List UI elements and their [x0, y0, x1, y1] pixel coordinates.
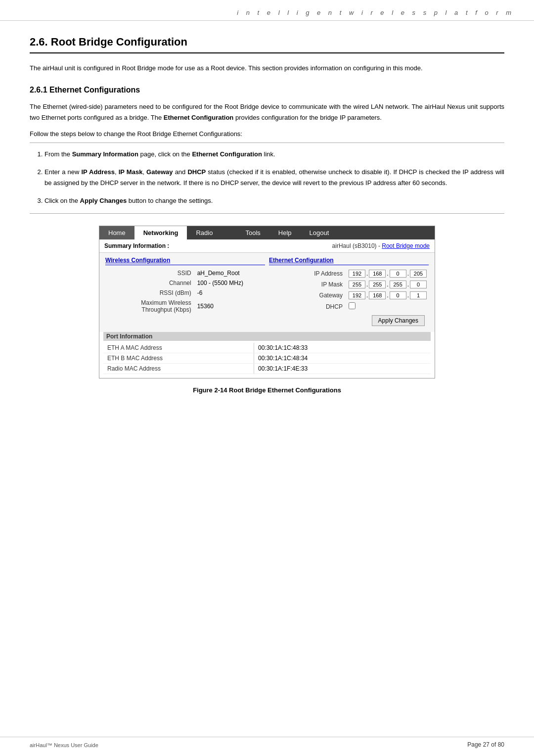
ip-mask-input-group[interactable]: . . .	[349, 281, 427, 288]
nav-item-radio[interactable]: Radio	[187, 226, 222, 239]
port-table: ETH A MAC Address 00:30:1A:1C:48:33 ETH …	[103, 343, 431, 374]
summary-label: Summary Information :	[104, 242, 169, 249]
dhcp-row: DHCP	[269, 301, 429, 312]
ip-address-row: IP Address . . .	[269, 268, 429, 279]
port-info-title: Port Information	[103, 332, 431, 341]
divider-bottom	[30, 213, 504, 214]
table-row: RSSI (dBm) -6	[105, 288, 265, 298]
footer-right: Page 27 of 80	[467, 741, 504, 748]
ethernet-config-title: Ethernet Configuration	[269, 257, 429, 265]
gateway-oct2[interactable]	[369, 291, 386, 299]
ip-mask-oct4[interactable]	[410, 281, 427, 288]
apply-changes-button[interactable]: Apply Changes	[372, 315, 425, 326]
device-info: airHaul (sB3010) - Root Bridge mode	[332, 242, 430, 249]
ui-mockup: Home Networking Radio Tools Help Logout …	[99, 226, 435, 378]
apply-btn-row: Apply Changes	[269, 312, 429, 328]
ethernet-config-table: IP Address . . .	[269, 268, 429, 312]
gateway-row: Gateway . . .	[269, 290, 429, 301]
table-row: Channel 100 - (5500 MHz)	[105, 278, 265, 288]
nav-item-networking[interactable]: Networking	[134, 226, 187, 239]
step-2: Enter a new IP Address, IP Mask, Gateway…	[44, 167, 504, 189]
ip-address-oct3[interactable]	[390, 270, 406, 278]
ip-mask-oct2[interactable]	[369, 281, 386, 288]
port-info-section: Port Information ETH A MAC Address 00:30…	[99, 332, 435, 378]
figure-caption: Figure 2-14 Root Bridge Ethernet Configu…	[30, 386, 504, 394]
config-panels: Wireless Configuration SSID aH_Demo_Root…	[99, 253, 435, 332]
gateway-oct4[interactable]	[410, 291, 427, 299]
step-3: Click on the Apply Changes button to cha…	[44, 195, 504, 206]
wireless-config-table: SSID aH_Demo_Root Channel 100 - (5500 MH…	[105, 268, 265, 315]
steps-list: From the Summary Information page, click…	[44, 149, 504, 206]
ip-address-oct1[interactable]	[349, 270, 365, 278]
nav-item-home[interactable]: Home	[99, 226, 134, 239]
table-row: SSID aH_Demo_Root	[105, 268, 265, 278]
ip-mask-oct3[interactable]	[390, 281, 406, 288]
nav-item-help[interactable]: Help	[269, 226, 301, 239]
section-261-desc: The Ethernet (wired-side) parameters nee…	[30, 101, 504, 123]
tagline: i n t e l l i g e n t w i r e l e s s p …	[237, 9, 514, 16]
summary-bar: Summary Information : airHaul (sB3010) -…	[99, 239, 435, 253]
gateway-oct3[interactable]	[390, 291, 406, 299]
wireless-config-title: Wireless Configuration	[105, 257, 265, 265]
ethernet-config-panel: Ethernet Configuration IP Address . . .	[269, 257, 429, 328]
table-row: ETH A MAC Address 00:30:1A:1C:48:33	[103, 343, 431, 353]
nav-item-tools[interactable]: Tools	[236, 226, 269, 239]
footer-left: airHaul™ Nexus User Guide	[30, 742, 98, 748]
table-row: ETH B MAC Address 00:30:1A:1C:48:34	[103, 353, 431, 364]
wireless-config-panel: Wireless Configuration SSID aH_Demo_Root…	[105, 257, 265, 328]
dhcp-checkbox[interactable]	[349, 302, 356, 309]
ip-mask-row: IP Mask . . .	[269, 279, 429, 290]
divider-top	[30, 142, 504, 143]
gateway-input-group[interactable]: . . .	[349, 291, 427, 299]
nav-bar: Home Networking Radio Tools Help Logout	[99, 226, 435, 239]
device-mode-link[interactable]: Root Bridge mode	[382, 242, 430, 249]
gateway-oct1[interactable]	[349, 291, 365, 299]
section-261-title: 2.6.1 Ethernet Configurations	[30, 86, 504, 94]
ip-mask-oct1[interactable]	[349, 281, 365, 288]
ip-address-oct4[interactable]	[410, 270, 427, 278]
table-row: Radio MAC Address 00:30:1A:1F:4E:33	[103, 364, 431, 374]
nav-item-logout[interactable]: Logout	[301, 226, 338, 239]
header: i n t e l l i g e n t w i r e l e s s p …	[0, 0, 534, 21]
main-content: 2.6. Root Bridge Configuration The airHa…	[0, 21, 534, 428]
ip-address-oct2[interactable]	[369, 270, 386, 278]
footer: airHaul™ Nexus User Guide Page 27 of 80	[0, 737, 534, 756]
page-title: 2.6. Root Bridge Configuration	[30, 36, 504, 53]
step-1: From the Summary Information page, click…	[44, 149, 504, 160]
steps-intro: Follow the steps below to change the Roo…	[30, 130, 504, 138]
intro-text: The airHaul unit is configured in Root B…	[30, 63, 504, 74]
table-row: Maximum WirelessThroughput (Kbps) 15360	[105, 298, 265, 315]
ip-address-input-group[interactable]: . . .	[349, 270, 427, 278]
